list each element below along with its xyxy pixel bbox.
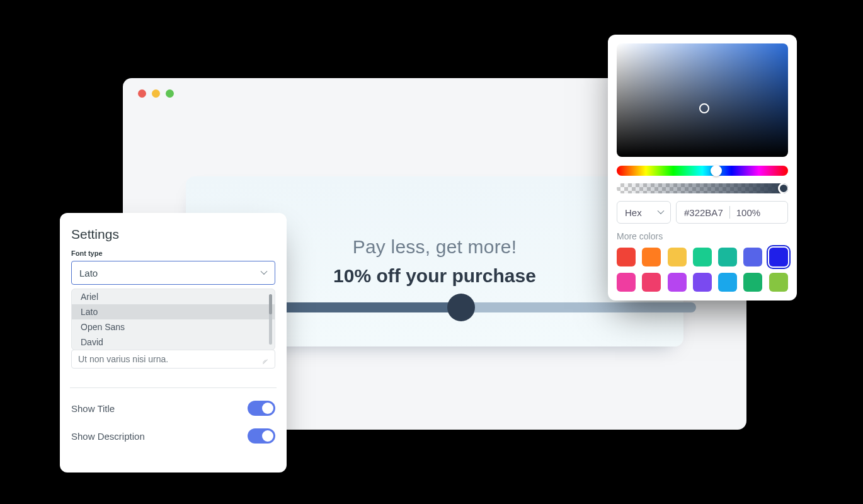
chevron-down-icon (260, 268, 268, 277)
color-swatch[interactable] (642, 248, 661, 266)
color-swatch[interactable] (743, 248, 762, 266)
color-hex-value: #322BA7 (684, 207, 723, 218)
font-type-label: Font type (71, 249, 275, 257)
color-swatches (617, 248, 788, 292)
alpha-knob[interactable] (778, 183, 788, 193)
show-description-row: Show Description (71, 422, 275, 450)
color-picker: Hex #322BA7 100% More colors (608, 35, 797, 301)
color-format-select[interactable]: Hex (617, 201, 671, 224)
color-swatch[interactable] (769, 273, 788, 292)
hue-knob[interactable] (711, 165, 722, 176)
font-option-open-sans[interactable]: Open Sans (72, 319, 275, 335)
saturation-cursor-icon[interactable] (699, 103, 709, 113)
show-description-toggle[interactable] (248, 428, 275, 444)
close-window-icon[interactable] (138, 89, 146, 98)
settings-panel: Settings Font type Lato Ariel Lato Open … (60, 213, 287, 472)
promo-card-title: Pay less, get more! (353, 236, 517, 258)
font-type-select[interactable]: Lato (71, 261, 275, 285)
saturation-area[interactable] (617, 43, 788, 157)
color-opacity-value: 100% (736, 207, 760, 218)
font-option-ariel[interactable]: Ariel (72, 289, 275, 304)
progress-knob[interactable] (447, 294, 475, 321)
show-title-label: Show Title (71, 403, 115, 414)
color-swatch[interactable] (668, 248, 687, 266)
color-swatch[interactable] (668, 273, 687, 292)
dropdown-scrollbar[interactable] (269, 294, 272, 345)
color-swatch[interactable] (693, 248, 712, 266)
color-format-value: Hex (625, 207, 642, 218)
chevron-down-icon (656, 208, 665, 217)
promo-card-subtitle: 10% off your purchase (333, 265, 536, 287)
color-swatch[interactable] (718, 248, 737, 266)
hue-slider[interactable] (617, 166, 788, 176)
show-title-row: Show Title (71, 394, 275, 422)
alpha-gradient (617, 183, 788, 193)
minimize-window-icon[interactable] (152, 89, 160, 98)
show-description-label: Show Description (71, 431, 145, 442)
font-type-select-value: Lato (79, 268, 98, 278)
sample-text-input[interactable]: Ut non varius nisi urna. (71, 350, 275, 369)
font-option-lato[interactable]: Lato (72, 304, 275, 319)
color-swatch[interactable] (642, 273, 661, 292)
color-swatch[interactable] (617, 248, 636, 266)
color-swatch[interactable] (743, 273, 762, 292)
settings-title: Settings (71, 227, 275, 242)
show-title-toggle[interactable] (248, 401, 275, 416)
sample-text-value: Ut non varius nisi urna. (78, 354, 168, 364)
alpha-slider[interactable] (617, 183, 788, 193)
font-option-david[interactable]: David (72, 335, 275, 350)
color-swatch[interactable] (617, 273, 636, 292)
window-traffic-lights (138, 89, 174, 98)
settings-divider (70, 387, 277, 388)
color-swatch[interactable] (693, 273, 712, 292)
color-swatch[interactable] (718, 273, 737, 292)
font-type-dropdown: Ariel Lato Open Sans David (71, 289, 275, 350)
color-swatch[interactable] (769, 248, 788, 266)
color-hex-input[interactable]: #322BA7 100% (676, 201, 788, 224)
input-separator (729, 206, 730, 219)
more-colors-label: More colors (617, 231, 788, 241)
resize-grip-icon[interactable] (261, 355, 268, 363)
maximize-window-icon[interactable] (166, 89, 174, 98)
